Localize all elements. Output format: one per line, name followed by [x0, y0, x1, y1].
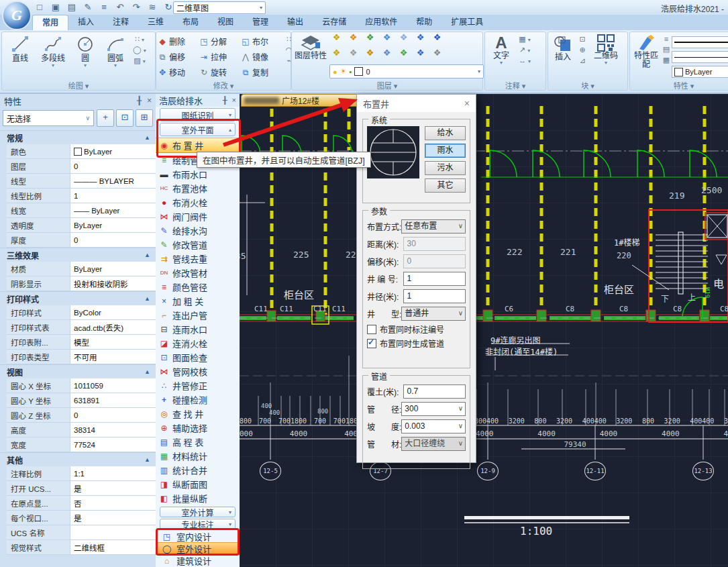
ribbon-tab[interactable]: 云存储 — [313, 15, 356, 30]
palette-item[interactable]: ▥ 统计合并 — [156, 463, 240, 477]
field-control[interactable]: 大口径缠绕 — [401, 437, 466, 451]
section-header[interactable]: 常规 ▲ — [0, 130, 156, 144]
palette-item[interactable]: ◎ 查 找 井 — [156, 407, 240, 421]
field-control[interactable]: 1 — [403, 289, 466, 303]
quick-access-icon[interactable]: ≋ — [146, 2, 158, 12]
palette-item[interactable]: ◪ 连消火栓 — [156, 336, 240, 350]
modify-button[interactable]: ◆ 删除 — [158, 34, 199, 49]
modify-button[interactable]: ⇥ 拉伸 — [199, 49, 241, 64]
ribbon-tab[interactable]: 帮助 — [407, 15, 441, 30]
palette-mode-item[interactable]: ◳ 室内设计 — [156, 531, 240, 542]
modify-button[interactable]: ✥ 移动 — [158, 64, 199, 80]
polyline-button[interactable]: 多段线▾ — [36, 32, 70, 68]
quick-access-icon[interactable]: ▤ — [66, 2, 78, 12]
ribbon-tab[interactable]: 常用 — [32, 15, 68, 30]
system-type-button[interactable]: 污水 — [425, 161, 466, 175]
draw-extra-icon[interactable]: ◯ ▾ — [131, 46, 148, 54]
palette-item[interactable]: ▦ 材料统计 — [156, 449, 240, 463]
modify-button[interactable]: ↻ 旋转 — [199, 64, 241, 80]
property-row[interactable]: 打印表附... 模型 — [7, 335, 156, 350]
palette-item[interactable]: + 碰撞检测 — [156, 393, 240, 407]
property-row[interactable]: 阴影显示 投射和接收阴影 — [7, 276, 156, 291]
app-logo[interactable]: G — [2, 1, 32, 30]
palette-group-button[interactable]: 专业标注▾ — [160, 519, 236, 529]
annotate-extra-icon[interactable]: ▦ ▾ — [516, 35, 533, 44]
palette-item[interactable]: ≡ 颜色管径 — [156, 280, 240, 294]
layer-select[interactable]: ● ☀ ▪ 0 ▾ — [329, 64, 484, 79]
palette-item[interactable]: ◨ 纵断面图 — [156, 477, 240, 491]
properties-extra-icon[interactable]: ≡ — [661, 35, 672, 43]
field-control[interactable]: 1 — [403, 272, 466, 286]
block-extra-icon[interactable]: ⊡ — [576, 35, 588, 44]
ribbon-tab[interactable]: 三维 — [138, 15, 173, 30]
palette-item[interactable]: ● 布消火栓 — [156, 195, 240, 209]
section-header[interactable]: 其他 ▲ — [0, 452, 156, 466]
property-row[interactable]: 颜色 ByLayer — [7, 144, 156, 159]
palette-item[interactable]: ✎ 绘排水沟 — [156, 223, 240, 238]
property-row[interactable]: 圆心 X 坐标 1011059 — [7, 378, 156, 393]
match-properties-button[interactable]: 特性匹配 — [631, 32, 661, 78]
property-row[interactable]: 打印样式表 acad.ctb(丢失) — [7, 320, 156, 335]
draw-extra-icon[interactable]: ▨ ▾ — [131, 56, 148, 65]
property-row[interactable]: 线型 ——— BYLAYER — [7, 174, 156, 189]
panel-layers-label[interactable]: 图层 ▾ — [292, 80, 482, 90]
modify-button[interactable]: ⋀ 镜像 — [241, 49, 282, 64]
field-control[interactable]: 普通井 — [401, 307, 466, 321]
selection-tool-button[interactable]: + — [97, 109, 114, 127]
insert-button[interactable]: 插入 — [550, 32, 576, 65]
linetype-select[interactable]: ▾ — [672, 51, 728, 63]
property-row[interactable]: 透明度 ByLayer — [7, 218, 156, 233]
arc-button[interactable]: 圆弧▾ — [100, 32, 131, 68]
panel-annotate-label[interactable]: 注释 ▾ — [485, 80, 545, 90]
property-row[interactable]: 线宽 —— ByLayer — [7, 203, 156, 218]
layer-tool-icon[interactable]: ❖ — [378, 32, 395, 48]
quick-access-icon[interactable]: ▣ — [50, 2, 62, 12]
qrcode-button[interactable]: 二维码▾ — [588, 32, 623, 65]
property-row[interactable]: 线型比例 1 — [7, 189, 156, 203]
lock-icon[interactable]: ▪ — [350, 68, 352, 76]
palette-item[interactable]: ⌐ 连出户管 — [156, 308, 240, 322]
palette-item[interactable]: × 加 粗 关 — [156, 294, 240, 308]
ribbon-tab[interactable]: 扩展工具 — [441, 15, 492, 30]
field-control[interactable]: 0.7 — [403, 384, 466, 399]
bulb-icon[interactable]: ● — [333, 68, 337, 76]
layer-tool-icon[interactable]: ❖ — [412, 48, 429, 63]
collapse-icon[interactable]: ▲ — [144, 252, 150, 258]
palette-item[interactable]: ◉ 布 置 井 — [156, 138, 240, 153]
checkbox-row[interactable]: 布置同时标注编号 — [367, 322, 466, 336]
property-row[interactable]: 宽度 77524 — [7, 437, 156, 452]
ribbon-tab[interactable]: 布局 — [173, 15, 208, 30]
properties-extra-icon[interactable]: ▤ — [661, 45, 672, 54]
system-type-button[interactable]: 雨水 — [425, 144, 466, 158]
palette-item[interactable]: HC 布置池体 — [156, 181, 240, 195]
palette-item[interactable]: ⇉ 管线去重 — [156, 252, 240, 266]
palette-item[interactable]: DN 修改管材 — [156, 266, 240, 280]
property-row[interactable]: 在原点显... 否 — [7, 496, 156, 511]
layer-tool-icon[interactable]: ❖ — [395, 32, 412, 48]
modify-button[interactable]: ⧉ 偏移 — [158, 49, 199, 64]
property-row[interactable]: 圆心 Z 坐标 0 — [7, 408, 156, 423]
close-icon[interactable]: × — [232, 96, 236, 105]
block-extra-icon[interactable]: ⊿ — [576, 56, 588, 65]
dialog-title-bar[interactable]: 布置井 × — [357, 95, 476, 112]
property-row[interactable]: 每个视口... 是 — [7, 511, 156, 525]
section-header[interactable]: 视图 ▲ — [0, 364, 156, 378]
collapse-icon[interactable]: ▲ — [144, 368, 150, 375]
sun-icon[interactable]: ☀ — [340, 67, 347, 76]
palette-item[interactable]: ▤ 高 程 表 — [156, 435, 240, 449]
modify-button[interactable]: ◱ 布尔 — [241, 34, 282, 49]
modify-button[interactable]: ⧉ 复制 — [241, 64, 282, 80]
palette-item[interactable]: ∴ 井管修正 — [156, 378, 240, 393]
quick-access-icon[interactable]: ✎ — [82, 2, 94, 12]
palette-item[interactable]: ⋈ 阀门阀件 — [156, 209, 240, 223]
ribbon-tab[interactable]: 输出 — [278, 15, 313, 30]
selection-filter-select[interactable]: 无选择 ∨ — [3, 110, 94, 126]
section-header[interactable]: 三维效果 ▲ — [0, 248, 156, 262]
section-header[interactable]: 打印样式 ▲ — [0, 291, 156, 305]
palette-item[interactable]: ▬ 布雨水口 — [156, 167, 240, 181]
line-button[interactable]: 直线 — [5, 32, 36, 68]
property-row[interactable]: 圆心 Y 坐标 631891 — [7, 393, 156, 408]
close-icon[interactable]: × — [464, 98, 470, 109]
layer-tool-icon[interactable]: ❖ — [378, 48, 395, 63]
property-row[interactable]: 打开 UCS... 是 — [7, 481, 156, 496]
